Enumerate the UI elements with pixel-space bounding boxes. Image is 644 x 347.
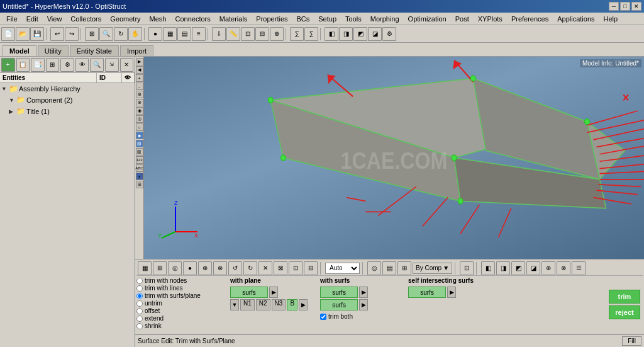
trim-button[interactable]: trim xyxy=(609,290,640,304)
tb-node[interactable]: ● xyxy=(148,27,162,41)
radio-trim-surfs[interactable]: trim with surfs/plane xyxy=(136,292,228,299)
fill-button[interactable]: Fill xyxy=(622,336,641,346)
ctrl-tb5[interactable]: ⊕ xyxy=(198,261,212,275)
reject-button[interactable]: reject xyxy=(609,305,640,319)
panel-tb3[interactable]: 📑 xyxy=(31,58,45,72)
menu-xyplots[interactable]: XYPlots xyxy=(474,14,506,23)
menu-tools[interactable]: Tools xyxy=(341,14,365,23)
panel-tb9[interactable]: ✕ xyxy=(120,58,134,72)
tab-model[interactable]: Model xyxy=(3,45,36,56)
n1-button[interactable]: N1 xyxy=(240,299,255,310)
expand-icon[interactable]: ▼ xyxy=(1,86,9,92)
ctrl-tb10[interactable]: ⊠ xyxy=(274,261,287,275)
menu-mesh[interactable]: Mesh xyxy=(146,14,170,23)
menu-file[interactable]: File xyxy=(3,14,21,23)
surfs-button-plane[interactable]: surfs xyxy=(230,287,268,298)
tb-fit[interactable]: ⊞ xyxy=(85,27,99,41)
ctrl-tb11[interactable]: ⊡ xyxy=(289,261,303,275)
vert-icon-1[interactable]: ▶ xyxy=(136,58,143,65)
menu-post[interactable]: Post xyxy=(452,14,473,23)
panel-tb4[interactable]: ⊞ xyxy=(46,58,60,72)
menu-geometry[interactable]: Geometry xyxy=(106,14,144,23)
menu-view[interactable]: View xyxy=(43,14,66,23)
tb-open[interactable]: 📂 xyxy=(16,27,30,41)
ctrl-tb6[interactable]: ⊗ xyxy=(213,261,227,275)
vert-icon-5[interactable]: ⊕ xyxy=(136,91,143,98)
tb-save[interactable]: 💾 xyxy=(30,27,44,41)
tb-cube3[interactable]: ◩ xyxy=(353,27,367,41)
vert-icon-11[interactable]: ▤ xyxy=(136,140,143,147)
tb-undo[interactable]: ↩ xyxy=(50,27,64,41)
tree-item-assembly[interactable]: ▼ 📁 Assembly Hierarchy xyxy=(0,83,135,94)
tb-temp1[interactable]: ⊡ xyxy=(241,27,255,41)
vert-icon-4[interactable]: - xyxy=(136,82,143,90)
panel-tb8[interactable]: ⇲ xyxy=(105,58,119,72)
panel-tb2[interactable]: 📋 xyxy=(16,58,30,72)
tb-temp3[interactable]: ⊕ xyxy=(270,27,284,41)
vert-icon-3[interactable]: + xyxy=(136,74,143,82)
ctrl-tb17[interactable]: ◧ xyxy=(481,261,495,275)
dropdown-arrow[interactable]: ▼ xyxy=(230,299,239,310)
surfs-button-si[interactable]: surfs xyxy=(408,287,446,298)
ctrl-tb2[interactable]: ⊞ xyxy=(153,261,167,275)
surfs-arrow-2[interactable]: ▶ xyxy=(359,299,368,310)
ctrl-tb8[interactable]: ↻ xyxy=(243,261,257,275)
tab-utility[interactable]: Utility xyxy=(38,45,69,56)
tb-b1[interactable]: ∑ xyxy=(290,27,304,41)
nodes-end-arrow[interactable]: ▶ xyxy=(299,299,308,310)
radio-untrim[interactable]: untrim xyxy=(136,300,228,307)
ctrl-tb1[interactable]: ▦ xyxy=(138,261,152,275)
radio-extend[interactable]: extend xyxy=(136,315,228,322)
radio-trim-nodes[interactable]: trim with nodes xyxy=(136,277,228,284)
panel-tb1[interactable]: + xyxy=(1,58,15,72)
surfs-arrow-plane[interactable]: ▶ xyxy=(269,287,278,298)
tb-b2[interactable]: ∑ xyxy=(304,27,318,41)
maximize-button[interactable]: □ xyxy=(620,2,630,11)
tb-cube[interactable]: ◧ xyxy=(325,27,338,41)
ctrl-tb22[interactable]: ⊗ xyxy=(557,261,570,275)
ctrl-tb19[interactable]: ◩ xyxy=(511,261,525,275)
surfs-button-1[interactable]: surfs xyxy=(320,287,358,298)
vert-icon-2[interactable]: ◀ xyxy=(136,66,143,74)
tree-item-title[interactable]: ▶ 📁 Title (1) xyxy=(0,106,135,117)
ctrl-tb9[interactable]: ✕ xyxy=(258,261,272,275)
menu-collectors[interactable]: Collectors xyxy=(67,14,105,23)
close-button[interactable]: ✕ xyxy=(631,2,641,11)
menu-morphing[interactable]: Morphing xyxy=(367,14,403,23)
panel-tb5[interactable]: ⚙ xyxy=(60,58,74,72)
radio-trim-lines[interactable]: trim with lines xyxy=(136,285,228,292)
trim-both-checkbox[interactable] xyxy=(320,314,326,320)
vert-icon-6[interactable]: ⊗ xyxy=(136,99,143,106)
ctrl-tb12[interactable]: ⊟ xyxy=(304,261,318,275)
vert-icon-12[interactable]: ▥ xyxy=(136,148,143,156)
ctrl-tb20[interactable]: ◪ xyxy=(526,261,540,275)
surfs-arrow-1[interactable]: ▶ xyxy=(359,287,368,298)
expand-icon-comp[interactable]: ▼ xyxy=(9,97,16,103)
surfs-arrow-si[interactable]: ▶ xyxy=(447,287,456,298)
tree-item-component[interactable]: ▼ 📁 Component (2) xyxy=(0,94,135,106)
panel-tb6[interactable]: 👁 xyxy=(75,58,89,72)
vert-icon-10[interactable]: ■ xyxy=(136,132,143,139)
ctrl-tb7[interactable]: ↺ xyxy=(228,261,242,275)
vert-icon-7[interactable]: ◉ xyxy=(136,107,143,115)
radio-offset[interactable]: offset xyxy=(136,307,228,314)
menu-preferences[interactable]: Preferences xyxy=(508,14,552,23)
tb-new[interactable]: 📄 xyxy=(1,27,15,41)
menu-bcs[interactable]: BCs xyxy=(293,14,314,23)
menu-setup[interactable]: Setup xyxy=(314,14,340,23)
n3-button[interactable]: N3 xyxy=(272,299,286,310)
vert-icon-img1[interactable]: ▪ xyxy=(136,173,143,180)
vert-icon-8[interactable]: ◎ xyxy=(136,115,143,123)
viewport[interactable]: Model Info: Untitled* xyxy=(144,57,644,259)
ctrl-tb14[interactable]: ▤ xyxy=(382,261,396,275)
b-button[interactable]: B xyxy=(287,299,297,310)
tb-cube2[interactable]: ◨ xyxy=(339,27,353,41)
menu-optimization[interactable]: Optimization xyxy=(404,14,450,23)
tb-measure[interactable]: 📏 xyxy=(226,27,240,41)
surfs-button-2[interactable]: surfs xyxy=(320,299,358,310)
tb-redo[interactable]: ↪ xyxy=(65,27,79,41)
menu-materials[interactable]: Materials xyxy=(216,14,252,23)
tb-temp2[interactable]: ⊟ xyxy=(255,27,269,41)
menu-edit[interactable]: Edit xyxy=(23,14,42,23)
tb-rotate[interactable]: ↻ xyxy=(114,27,128,41)
